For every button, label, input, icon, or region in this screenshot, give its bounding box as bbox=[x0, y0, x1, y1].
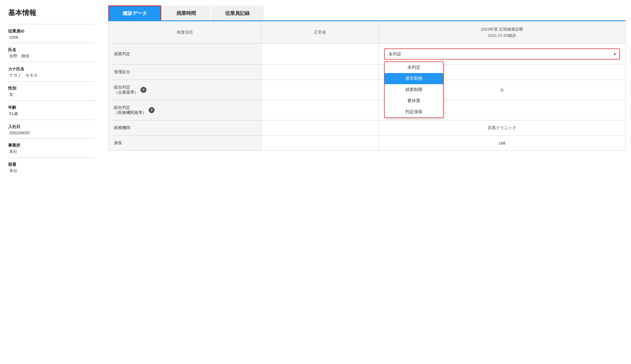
info-label-7: 部署 bbox=[8, 162, 95, 167]
row-normal-3 bbox=[261, 100, 379, 120]
tabs-container: 健診データ残業時間従業員記録 bbox=[108, 5, 626, 21]
info-value-0: 1006 bbox=[8, 35, 95, 40]
row-value-5: 168 bbox=[379, 136, 626, 151]
info-label-3: 性別 bbox=[8, 86, 95, 91]
info-label-4: 年齢 bbox=[8, 105, 95, 110]
sidebar: 基本情報 従業員ID1006氏名永野 桃佳カナ氏名ナガノ モモカ性別女年齢51歳… bbox=[0, 5, 103, 359]
col-header-data: 2023年度 定期健康診断2021.07.03健診 bbox=[379, 21, 626, 44]
info-section-6: 事業所本社 bbox=[8, 138, 95, 158]
row-label-0: 就業判定 bbox=[109, 44, 261, 65]
row-normal-2 bbox=[261, 80, 379, 100]
info-section-2: カナ氏名ナガノ モモカ bbox=[8, 62, 95, 81]
dropdown-select-0[interactable]: 未判定通常勤務就業制限要休業判定保留 bbox=[384, 48, 620, 60]
dropdown-item-要休業[interactable]: 要休業 bbox=[385, 95, 443, 106]
info-value-7: 本社 bbox=[8, 168, 95, 173]
table-header-row: 検査項目 正常値 2023年度 定期健康診断2021.07.03健診 bbox=[109, 21, 626, 44]
info-label-6: 事業所 bbox=[8, 143, 95, 148]
table-row-3: 総合判定（医療機関基準）? bbox=[109, 100, 626, 120]
tab-kiroku[interactable]: 従業員記録 bbox=[211, 6, 264, 20]
info-value-2: ナガノ モモカ bbox=[8, 73, 95, 78]
col-normal-text: 正常値 bbox=[314, 30, 326, 34]
info-value-6: 本社 bbox=[8, 149, 95, 154]
info-section-1: 氏名永野 桃佳 bbox=[8, 43, 95, 62]
help-icon-2[interactable]: ? bbox=[140, 87, 146, 93]
info-label-0: 従業員ID bbox=[8, 29, 95, 34]
dropdown-list-0: 未判定通常勤務就業制限要休業判定保留 bbox=[384, 61, 444, 118]
table-row-2: 総合判定（企業基準）?D bbox=[109, 80, 626, 100]
table-row-0: 就業判定未判定通常勤務就業制限要休業判定保留▼未判定通常勤務就業制限要休業判定保… bbox=[109, 44, 626, 65]
info-label-5: 入社日 bbox=[8, 124, 95, 129]
col-header-normal: 正常値 bbox=[261, 21, 379, 44]
info-value-1: 永野 桃佳 bbox=[8, 54, 95, 59]
info-section-7: 部署本社 bbox=[8, 158, 95, 177]
data-table: 検査項目 正常値 2023年度 定期健康診断2021.07.03健診 就業判定未… bbox=[108, 21, 626, 151]
info-label-1: 氏名 bbox=[8, 47, 95, 53]
info-section-4: 年齢51歳 bbox=[8, 100, 95, 120]
col-data-header-text: 2023年度 定期健康診断2021.07.03健診 bbox=[384, 26, 620, 38]
dropdown-item-就業制限[interactable]: 就業制限 bbox=[385, 84, 443, 95]
info-section-5: 入社日2001/08/20 bbox=[8, 120, 95, 138]
row-label-4: 医療機関 bbox=[109, 120, 261, 136]
sidebar-title: 基本情報 bbox=[8, 8, 95, 18]
row-normal-1 bbox=[261, 65, 379, 80]
info-value-3: 女 bbox=[8, 92, 95, 97]
row-label-2: 総合判定（企業基準）? bbox=[109, 80, 261, 100]
row-label-3: 総合判定（医療機関基準）? bbox=[109, 100, 261, 120]
row-value-0[interactable]: 未判定通常勤務就業制限要休業判定保留▼未判定通常勤務就業制限要休業判定保留 bbox=[379, 44, 626, 65]
table-row-1: 管理区分 bbox=[109, 65, 626, 80]
dropdown-container-0[interactable]: 未判定通常勤務就業制限要休業判定保留▼未判定通常勤務就業制限要休業判定保留 bbox=[384, 48, 620, 60]
col-label-text: 検査項目 bbox=[177, 30, 193, 34]
row-normal-5 bbox=[261, 136, 379, 151]
info-section-0: 従業員ID1006 bbox=[8, 24, 95, 43]
row-normal-4 bbox=[261, 120, 379, 136]
tab-zangyo[interactable]: 残業時間 bbox=[162, 6, 210, 20]
row-normal-0 bbox=[261, 44, 379, 65]
info-section-3: 性別女 bbox=[8, 81, 95, 100]
table-row-5: 身長168 bbox=[109, 136, 626, 151]
table-row-4: 医療機関目黒クリニック bbox=[109, 120, 626, 136]
help-icon-3[interactable]: ? bbox=[149, 107, 155, 113]
tab-kensin[interactable]: 健診データ bbox=[108, 5, 161, 20]
col-header-label: 検査項目 bbox=[109, 21, 261, 44]
info-label-2: カナ氏名 bbox=[8, 67, 95, 72]
dropdown-item-未判定[interactable]: 未判定 bbox=[385, 62, 443, 73]
main-content: 健診データ残業時間従業員記録 検査項目 正常値 2023年度 定期健康診断202… bbox=[103, 5, 631, 359]
dropdown-item-通常勤務[interactable]: 通常勤務 bbox=[385, 73, 443, 84]
info-value-4: 51歳 bbox=[8, 111, 95, 116]
info-value-5: 2001/08/20 bbox=[8, 130, 95, 135]
row-label-5: 身長 bbox=[109, 136, 261, 151]
row-label-1: 管理区分 bbox=[109, 65, 261, 80]
row-value-4: 目黒クリニック bbox=[379, 120, 626, 136]
dropdown-item-判定保留[interactable]: 判定保留 bbox=[385, 106, 443, 117]
